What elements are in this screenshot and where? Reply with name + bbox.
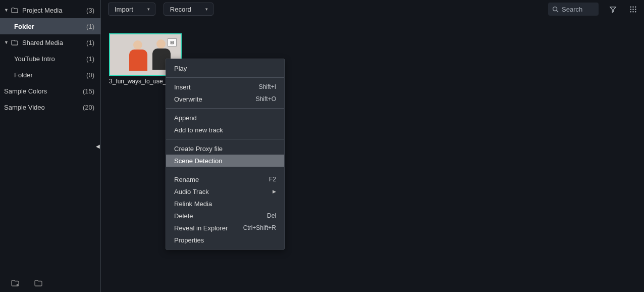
- menu-item-insert[interactable]: InsertShift+I: [166, 81, 284, 93]
- sidebar-item-folder[interactable]: Folder(0): [0, 67, 100, 83]
- sidebar-item-label: Project Media: [22, 7, 86, 14]
- folder-icon: [11, 7, 19, 13]
- svg-point-6: [634, 9, 635, 10]
- svg-point-0: [553, 7, 557, 11]
- menu-item-shortcut: Shift+O: [256, 95, 276, 103]
- menu-item-add-to-new-track[interactable]: Add to new track: [166, 124, 284, 136]
- svg-point-2: [632, 6, 633, 7]
- menu-item-label: Overwrite: [174, 95, 256, 103]
- media-sidebar: ▼Project Media(3)Folder(1)▼Shared Media(…: [0, 0, 101, 292]
- clip-type-icon: ⊞: [168, 38, 177, 46]
- sidebar-item-count: (1): [86, 55, 94, 63]
- folder-icon[interactable]: [34, 279, 42, 286]
- sidebar-item-label: YouTube Intro: [14, 55, 86, 63]
- svg-point-3: [634, 6, 635, 7]
- menu-item-rename[interactable]: RenameF2: [166, 173, 284, 185]
- sidebar-item-label: Shared Media: [22, 39, 86, 46]
- menu-item-label: Relink Media: [174, 200, 276, 208]
- sidebar-item-label: Sample Video: [4, 104, 83, 111]
- chevron-down-icon: ▾: [205, 7, 208, 12]
- sidebar-item-project-media[interactable]: ▼Project Media(3): [0, 2, 100, 18]
- chevron-down-icon: ▾: [147, 7, 150, 12]
- caret-down-icon: ▼: [4, 8, 9, 13]
- search-placeholder: Search: [562, 6, 582, 13]
- search-icon: [552, 6, 559, 13]
- submenu-arrow-icon: ▶: [273, 189, 276, 194]
- svg-point-4: [630, 9, 631, 10]
- svg-point-7: [630, 11, 631, 12]
- menu-item-play[interactable]: Play: [166, 62, 284, 74]
- menu-item-label: Append: [174, 114, 276, 122]
- new-folder-plus-icon[interactable]: [11, 279, 19, 286]
- menu-item-label: Properties: [174, 236, 276, 244]
- menu-item-overwrite[interactable]: OverwriteShift+O: [166, 93, 284, 105]
- menu-item-reveal-in-explorer[interactable]: Reveal in ExplorerCtrl+Shift+R: [166, 222, 284, 234]
- sidebar-item-sample-video[interactable]: Sample Video(20): [0, 99, 100, 115]
- menu-separator: [166, 77, 284, 78]
- sidebar-item-label: Folder: [14, 23, 86, 30]
- menu-item-create-proxy-file[interactable]: Create Proxy file: [166, 142, 284, 155]
- media-tree: ▼Project Media(3)Folder(1)▼Shared Media(…: [0, 0, 100, 273]
- menu-item-audio-track[interactable]: Audio Track▶: [166, 185, 284, 198]
- menu-separator: [166, 139, 284, 139]
- menu-item-label: Delete: [174, 212, 267, 220]
- menu-item-properties[interactable]: Properties: [166, 234, 284, 246]
- sidebar-item-label: Folder: [14, 71, 86, 79]
- menu-item-append[interactable]: Append: [166, 112, 284, 124]
- menu-item-scene-detection[interactable]: Scene Detection: [166, 155, 284, 167]
- menu-item-shortcut: Del: [267, 212, 276, 219]
- menu-item-label: Create Proxy file: [174, 145, 276, 153]
- svg-point-8: [632, 11, 633, 12]
- menu-item-shortcut: F2: [269, 176, 276, 183]
- sidebar-item-count: (15): [83, 87, 94, 95]
- menu-separator: [166, 170, 284, 170]
- import-label: Import: [115, 6, 133, 13]
- sidebar-footer: [0, 273, 100, 292]
- sidebar-item-count: (3): [86, 7, 94, 14]
- svg-point-9: [634, 11, 635, 12]
- menu-item-label: Reveal in Explorer: [174, 224, 243, 232]
- menu-item-label: Insert: [174, 83, 259, 91]
- menu-item-delete[interactable]: DeleteDel: [166, 210, 284, 222]
- menu-item-shortcut: Shift+I: [259, 83, 276, 90]
- menu-item-shortcut: Ctrl+Shift+R: [243, 224, 276, 231]
- search-input[interactable]: Search: [548, 3, 599, 16]
- sidebar-item-count: (1): [86, 39, 94, 46]
- main-toolbar: Import ▾ Record ▾ Search: [101, 0, 644, 18]
- sidebar-item-sample-colors[interactable]: Sample Colors(15): [0, 83, 100, 99]
- svg-point-5: [632, 9, 633, 10]
- sidebar-item-folder[interactable]: Folder(1): [0, 18, 100, 34]
- menu-separator: [166, 108, 284, 109]
- svg-point-1: [630, 6, 631, 7]
- grid-view-icon[interactable]: [627, 3, 639, 15]
- caret-down-icon: ▼: [4, 40, 9, 45]
- record-button[interactable]: Record ▾: [164, 3, 213, 16]
- import-button[interactable]: Import ▾: [108, 3, 155, 16]
- filter-icon[interactable]: [607, 3, 619, 15]
- menu-item-label: Audio Track: [174, 188, 273, 196]
- folder-icon: [11, 39, 19, 45]
- sidebar-item-youtube-intro[interactable]: YouTube Intro(1): [0, 51, 100, 67]
- record-label: Record: [170, 6, 191, 13]
- collapse-sidebar-handle[interactable]: ◀: [94, 140, 102, 152]
- menu-item-label: Scene Detection: [174, 157, 276, 165]
- menu-item-label: Rename: [174, 176, 269, 183]
- menu-item-label: Add to new track: [174, 126, 276, 134]
- context-menu: PlayInsertShift+IOverwriteShift+OAppendA…: [166, 59, 285, 250]
- sidebar-item-count: (20): [83, 104, 94, 111]
- menu-item-label: Play: [174, 65, 276, 72]
- sidebar-item-count: (1): [86, 23, 94, 30]
- sidebar-item-count: (0): [86, 71, 94, 79]
- sidebar-item-shared-media[interactable]: ▼Shared Media(1): [0, 34, 100, 51]
- menu-item-relink-media[interactable]: Relink Media: [166, 198, 284, 210]
- sidebar-item-label: Sample Colors: [4, 87, 83, 95]
